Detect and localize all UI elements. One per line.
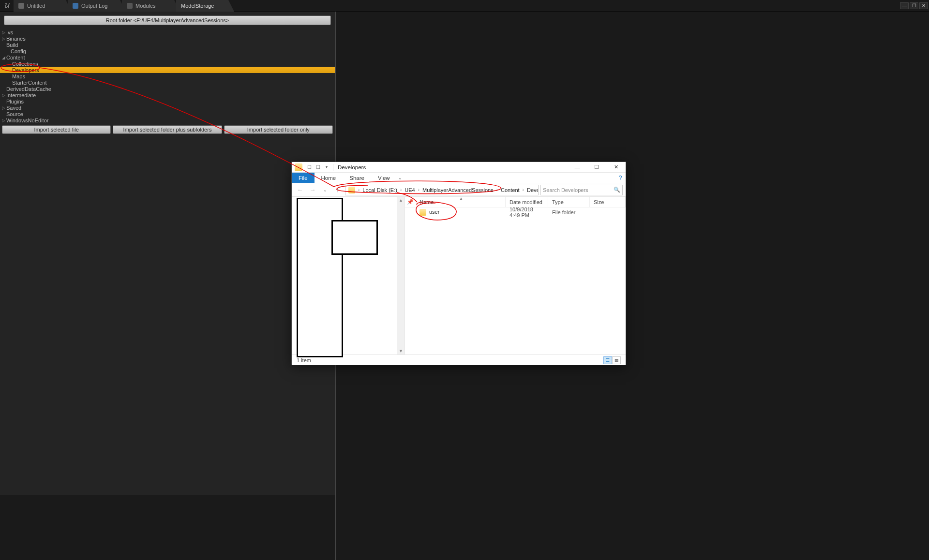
- explorer-titlebar[interactable]: ☐ ☐ ▾ Developers — ☐ ✕: [292, 162, 626, 173]
- window-controls: — ☐ ✕: [899, 0, 929, 11]
- folder-icon: [295, 163, 302, 171]
- tree-item-label: .vs: [6, 29, 13, 35]
- breadcrumb-disk[interactable]: Local Disk (E:): [360, 187, 399, 193]
- search-placeholder: Search Developers: [543, 187, 588, 193]
- view-details-button[interactable]: ☰: [603, 356, 612, 364]
- root-folder-button[interactable]: Root folder <E:/UE4/MultiplayerAdvancedS…: [4, 15, 331, 25]
- file-row[interactable]: user 10/9/2018 4:49 PM File folder: [405, 207, 626, 217]
- tree-item-binaries[interactable]: ▷Binaries: [0, 35, 335, 42]
- explorer-title: Developers: [338, 164, 568, 170]
- import-folder-only-button[interactable]: Import selected folder only: [224, 125, 333, 134]
- import-folder-sub-button[interactable]: Import selected folder plus subfolders: [113, 125, 222, 134]
- ribbon-tab-file[interactable]: File: [292, 173, 315, 183]
- ribbon-tab-view[interactable]: View: [371, 173, 397, 183]
- address-box[interactable]: › Local Disk (E:) › UE4 › MultiplayerAdv…: [345, 185, 539, 195]
- tree-item--vs[interactable]: ▷.vs: [0, 29, 335, 35]
- tree-item-maps[interactable]: Maps: [0, 73, 335, 79]
- qat-newfolder-icon[interactable]: ☐: [314, 163, 322, 171]
- tree-item-label: WindowsNoEditor: [6, 118, 48, 123]
- nav-back-button[interactable]: ←: [295, 185, 305, 195]
- tree-item-intermediate[interactable]: ▷Intermediate: [0, 92, 335, 98]
- breadcrumb-content[interactable]: Content: [499, 187, 522, 193]
- ribbon-tab-home[interactable]: Home: [315, 173, 343, 183]
- pin-column[interactable]: 📌: [405, 199, 416, 205]
- tab-label: Output Log: [81, 3, 107, 9]
- tree-item-label: Build: [6, 42, 18, 48]
- separator: [333, 164, 333, 171]
- explorer-close-button[interactable]: ✕: [606, 162, 626, 173]
- chevron-right-icon[interactable]: ›: [495, 187, 499, 192]
- tree-item-saved[interactable]: ▷Saved: [0, 104, 335, 111]
- tab-modules[interactable]: Modules: [122, 0, 180, 12]
- column-headers: 📌 Name▲ Date modified Type Size: [405, 197, 626, 207]
- expand-arrow-icon[interactable]: ◢: [2, 55, 6, 60]
- import-file-button[interactable]: Import selected file: [2, 125, 111, 134]
- search-input[interactable]: Search Developers 🔍: [540, 185, 623, 195]
- chevron-right-icon[interactable]: ›: [357, 187, 360, 192]
- log-icon: [73, 3, 78, 9]
- tree-item-config[interactable]: Config: [0, 48, 335, 54]
- ue4-titlebar: 𝓤 Untitled Output Log Modules ModelStora…: [0, 0, 929, 12]
- column-name[interactable]: Name▲: [416, 197, 506, 207]
- view-thumbnails-button[interactable]: ▦: [612, 356, 621, 364]
- breadcrumb-project[interactable]: MultiplayerAdvancedSessions: [420, 187, 495, 193]
- chevron-right-icon[interactable]: ›: [417, 187, 420, 192]
- tree-item-developers[interactable]: Developers: [0, 67, 335, 73]
- tab-modelstorage[interactable]: ModelStorage: [176, 0, 234, 12]
- redacted-box: [331, 220, 378, 255]
- quick-access-toolbar: ☐ ☐ ▾: [305, 163, 330, 171]
- explorer-window-controls: — ☐ ✕: [568, 162, 626, 173]
- ribbon-help-icon[interactable]: ?: [615, 173, 626, 183]
- nav-pane-content[interactable]: [292, 197, 397, 354]
- tree-item-build[interactable]: Build: [0, 42, 335, 48]
- expand-arrow-icon[interactable]: ▷: [2, 36, 6, 41]
- column-size[interactable]: Size: [590, 197, 626, 207]
- nav-recent-dropdown[interactable]: ⌄: [320, 185, 330, 195]
- column-type[interactable]: Type: [548, 197, 590, 207]
- breadcrumb-developers[interactable]: Developers: [525, 187, 539, 193]
- tree-item-plugins[interactable]: Plugins: [0, 98, 335, 104]
- close-button[interactable]: ✕: [919, 2, 928, 9]
- tree-item-source[interactable]: Source: [0, 111, 335, 117]
- explorer-maximize-button[interactable]: ☐: [587, 162, 606, 173]
- ue4-tab-strip: Untitled Output Log Modules ModelStorage: [14, 0, 899, 11]
- nav-forward-button[interactable]: →: [307, 185, 318, 195]
- tree-item-label: Plugins: [6, 99, 24, 104]
- qat-dropdown-icon[interactable]: ▾: [323, 163, 330, 171]
- explorer-file-list: 📌 Name▲ Date modified Type Size user 10/…: [405, 197, 626, 354]
- tree-item-windowsnoeditor[interactable]: ▷WindowsNoEditor: [0, 117, 335, 123]
- tab-label: Modules: [135, 3, 156, 9]
- expand-arrow-icon[interactable]: ▷: [2, 118, 6, 123]
- tree-item-content[interactable]: ◢Content: [0, 54, 335, 60]
- tree-item-label: Intermediate: [6, 92, 36, 98]
- tab-output-log[interactable]: Output Log: [68, 0, 126, 12]
- row-date-cell: 10/9/2018 4:49 PM: [506, 206, 548, 218]
- maximize-button[interactable]: ☐: [910, 2, 918, 9]
- tab-untitled[interactable]: Untitled: [14, 0, 72, 12]
- row-name-cell: user: [416, 209, 506, 216]
- tree-item-label: Content: [6, 55, 25, 60]
- tree-item-label: StarterContent: [12, 80, 47, 86]
- ribbon-expand-icon[interactable]: ⌄: [397, 173, 404, 183]
- expand-arrow-icon[interactable]: ▷: [2, 30, 6, 35]
- minimize-button[interactable]: —: [900, 2, 909, 9]
- qat-properties-icon[interactable]: ☐: [305, 163, 313, 171]
- tree-item-startercontent[interactable]: StarterContent: [0, 79, 335, 86]
- ribbon-tab-share[interactable]: Share: [343, 173, 371, 183]
- tree-item-deriveddatacache[interactable]: DerivedDataCache: [0, 86, 335, 92]
- status-text: 1 item: [297, 357, 311, 363]
- expand-arrow-icon[interactable]: ▷: [2, 93, 6, 98]
- nav-pane-scrollbar[interactable]: [397, 197, 405, 354]
- explorer-minimize-button[interactable]: —: [568, 162, 587, 173]
- explorer-address-bar: ← → ⌄ ↑ › Local Disk (E:) › UE4 › Multip…: [292, 183, 626, 197]
- nav-up-button[interactable]: ↑: [332, 185, 343, 195]
- modules-icon: [127, 3, 133, 9]
- chevron-right-icon[interactable]: ›: [522, 187, 525, 192]
- chevron-right-icon[interactable]: ›: [399, 187, 403, 192]
- search-icon: 🔍: [614, 187, 620, 193]
- breadcrumb-ue4[interactable]: UE4: [403, 187, 417, 193]
- tree-item-label: Collections: [12, 61, 38, 67]
- expand-arrow-icon[interactable]: ▷: [2, 105, 6, 110]
- tree-item-collections[interactable]: Collections: [0, 60, 335, 67]
- column-date[interactable]: Date modified: [506, 197, 548, 207]
